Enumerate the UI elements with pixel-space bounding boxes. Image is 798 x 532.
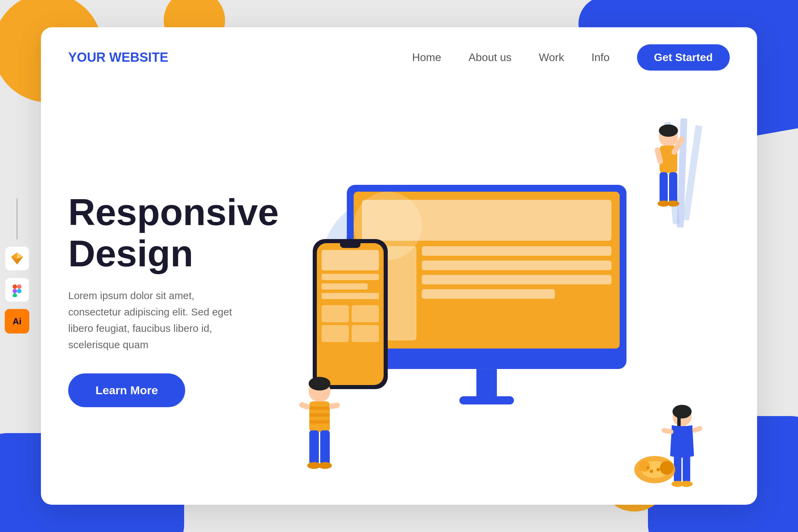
ai-illustrator-icon[interactable]: Ai — [5, 309, 29, 334]
ai-label: Ai — [13, 316, 21, 327]
main-card: YOUR WEBSITE Home About us Work Info Get… — [41, 27, 757, 505]
hero-section: Responsive Design Lorem ipsum dolor sit … — [41, 88, 757, 505]
phone-line-2 — [322, 283, 367, 290]
monitor-base — [459, 396, 514, 404]
svg-point-9 — [17, 289, 21, 293]
svg-rect-7 — [13, 289, 17, 293]
svg-rect-29 — [669, 172, 677, 203]
screen-lines — [422, 246, 611, 340]
phone-notch — [340, 243, 360, 248]
person-right-top — [641, 122, 696, 217]
svg-rect-20 — [320, 430, 330, 464]
logo-your: YOUR — [68, 50, 106, 64]
svg-rect-19 — [309, 430, 319, 464]
sidebar: Ai — [0, 198, 34, 334]
phone-grid-item-1 — [322, 305, 349, 322]
phone-line-1 — [322, 274, 379, 280]
phone-screen — [317, 243, 384, 385]
person-left — [289, 374, 350, 483]
svg-rect-23 — [299, 401, 311, 410]
nav-info[interactable]: Info — [591, 51, 609, 64]
hero-illustration — [279, 88, 730, 505]
svg-point-33 — [667, 201, 679, 207]
monitor-body — [347, 185, 626, 369]
svg-point-48 — [656, 468, 660, 471]
logo: YOUR WEBSITE — [68, 50, 168, 65]
person-right-bottom — [634, 401, 709, 497]
nav-links: Home About us Work Info Get Started — [412, 44, 730, 71]
phone-line-3 — [322, 293, 379, 299]
sketch-icon[interactable] — [5, 246, 29, 271]
screen-header-bar — [362, 200, 611, 241]
screen-line-3 — [422, 275, 611, 284]
svg-point-49 — [647, 467, 649, 469]
navbar: YOUR WEBSITE Home About us Work Info Get… — [41, 27, 757, 88]
screen-line-4 — [422, 289, 555, 299]
monitor — [347, 185, 626, 404]
svg-rect-17 — [309, 413, 330, 417]
svg-point-22 — [318, 462, 332, 469]
svg-point-14 — [309, 377, 330, 390]
logo-website: WEBSITE — [109, 50, 168, 64]
svg-rect-42 — [692, 425, 703, 433]
phone-grid-item-4 — [352, 325, 379, 342]
phone-grid-item-2 — [352, 305, 379, 322]
svg-point-35 — [673, 405, 692, 418]
phone-body — [313, 239, 388, 389]
monitor-screen — [354, 192, 620, 349]
svg-point-26 — [659, 124, 678, 137]
phone-grid-item-3 — [322, 325, 349, 342]
svg-rect-6 — [17, 284, 21, 289]
learn-more-button[interactable]: Learn More — [68, 373, 185, 407]
hero-title-line1: Responsive — [68, 191, 279, 233]
phone — [313, 239, 388, 389]
svg-point-40 — [680, 481, 693, 487]
phone-header-bar — [322, 250, 379, 270]
svg-rect-38 — [683, 455, 690, 483]
svg-rect-28 — [660, 172, 668, 203]
svg-rect-18 — [309, 420, 330, 424]
hero-description: Lorem ipsum dolor sit amet, consectetur … — [68, 287, 246, 353]
nav-about[interactable]: About us — [469, 51, 512, 64]
nav-work[interactable]: Work — [539, 51, 564, 64]
figma-icon[interactable] — [5, 278, 29, 302]
svg-point-47 — [650, 470, 653, 473]
screen-line-2 — [422, 261, 611, 270]
screen-content-area — [362, 246, 611, 340]
svg-point-46 — [660, 461, 674, 475]
hero-text: Responsive Design Lorem ipsum dolor sit … — [68, 191, 279, 407]
monitor-stand — [476, 369, 497, 396]
hero-title-line2: Design — [68, 232, 193, 274]
sidebar-divider — [17, 198, 17, 239]
svg-rect-5 — [13, 284, 17, 289]
svg-rect-8 — [13, 293, 17, 297]
svg-rect-16 — [309, 407, 330, 410]
screen-line-1 — [422, 246, 611, 256]
nav-home[interactable]: Home — [412, 51, 441, 64]
svg-point-45 — [639, 461, 650, 472]
get-started-button[interactable]: Get Started — [637, 44, 730, 71]
svg-rect-24 — [329, 402, 340, 409]
hero-title: Responsive Design — [68, 191, 279, 274]
phone-grid — [322, 305, 379, 342]
